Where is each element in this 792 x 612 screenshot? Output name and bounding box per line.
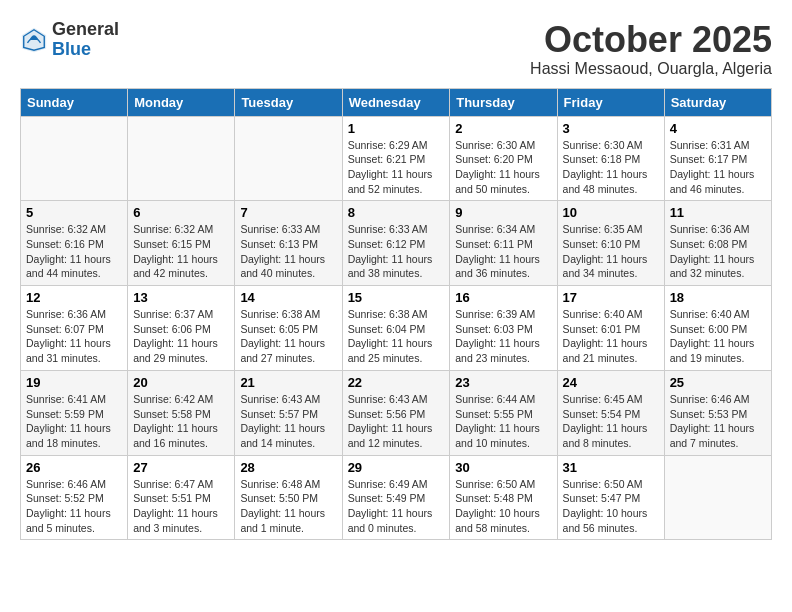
day-cell: 12 Sunrise: 6:36 AMSunset: 6:07 PMDaylig… — [21, 286, 128, 371]
day-info: Sunrise: 6:36 AMSunset: 6:08 PMDaylight:… — [670, 223, 755, 279]
day-number: 3 — [563, 121, 659, 136]
day-info: Sunrise: 6:35 AMSunset: 6:10 PMDaylight:… — [563, 223, 648, 279]
day-info: Sunrise: 6:50 AMSunset: 5:47 PMDaylight:… — [563, 478, 648, 534]
day-cell: 11 Sunrise: 6:36 AMSunset: 6:08 PMDaylig… — [664, 201, 771, 286]
day-number: 11 — [670, 205, 766, 220]
day-number: 6 — [133, 205, 229, 220]
day-info: Sunrise: 6:34 AMSunset: 6:11 PMDaylight:… — [455, 223, 540, 279]
day-info: Sunrise: 6:43 AMSunset: 5:57 PMDaylight:… — [240, 393, 325, 449]
weekday-header-monday: Monday — [128, 88, 235, 116]
day-cell: 10 Sunrise: 6:35 AMSunset: 6:10 PMDaylig… — [557, 201, 664, 286]
day-info: Sunrise: 6:46 AMSunset: 5:53 PMDaylight:… — [670, 393, 755, 449]
day-number: 29 — [348, 460, 445, 475]
page-header: General Blue October 2025 Hassi Messaoud… — [20, 20, 772, 78]
day-info: Sunrise: 6:43 AMSunset: 5:56 PMDaylight:… — [348, 393, 433, 449]
day-number: 12 — [26, 290, 122, 305]
day-number: 30 — [455, 460, 551, 475]
logo-general-text: General — [52, 19, 119, 39]
day-cell: 24 Sunrise: 6:45 AMSunset: 5:54 PMDaylig… — [557, 370, 664, 455]
day-cell: 6 Sunrise: 6:32 AMSunset: 6:15 PMDayligh… — [128, 201, 235, 286]
day-cell: 16 Sunrise: 6:39 AMSunset: 6:03 PMDaylig… — [450, 286, 557, 371]
day-number: 14 — [240, 290, 336, 305]
day-number: 1 — [348, 121, 445, 136]
calendar-table: SundayMondayTuesdayWednesdayThursdayFrid… — [20, 88, 772, 541]
day-cell: 14 Sunrise: 6:38 AMSunset: 6:05 PMDaylig… — [235, 286, 342, 371]
day-info: Sunrise: 6:49 AMSunset: 5:49 PMDaylight:… — [348, 478, 433, 534]
day-cell: 2 Sunrise: 6:30 AMSunset: 6:20 PMDayligh… — [450, 116, 557, 201]
weekday-header-tuesday: Tuesday — [235, 88, 342, 116]
title-block: October 2025 Hassi Messaoud, Ouargla, Al… — [530, 20, 772, 78]
day-number: 5 — [26, 205, 122, 220]
day-cell: 3 Sunrise: 6:30 AMSunset: 6:18 PMDayligh… — [557, 116, 664, 201]
day-number: 21 — [240, 375, 336, 390]
day-number: 25 — [670, 375, 766, 390]
day-cell: 18 Sunrise: 6:40 AMSunset: 6:00 PMDaylig… — [664, 286, 771, 371]
day-cell — [235, 116, 342, 201]
day-number: 24 — [563, 375, 659, 390]
day-number: 15 — [348, 290, 445, 305]
day-cell: 13 Sunrise: 6:37 AMSunset: 6:06 PMDaylig… — [128, 286, 235, 371]
day-info: Sunrise: 6:33 AMSunset: 6:12 PMDaylight:… — [348, 223, 433, 279]
day-number: 8 — [348, 205, 445, 220]
day-number: 23 — [455, 375, 551, 390]
day-info: Sunrise: 6:46 AMSunset: 5:52 PMDaylight:… — [26, 478, 111, 534]
day-cell: 8 Sunrise: 6:33 AMSunset: 6:12 PMDayligh… — [342, 201, 450, 286]
day-info: Sunrise: 6:40 AMSunset: 6:01 PMDaylight:… — [563, 308, 648, 364]
day-cell: 25 Sunrise: 6:46 AMSunset: 5:53 PMDaylig… — [664, 370, 771, 455]
day-cell: 23 Sunrise: 6:44 AMSunset: 5:55 PMDaylig… — [450, 370, 557, 455]
weekday-header-row: SundayMondayTuesdayWednesdayThursdayFrid… — [21, 88, 772, 116]
day-number: 16 — [455, 290, 551, 305]
day-cell: 21 Sunrise: 6:43 AMSunset: 5:57 PMDaylig… — [235, 370, 342, 455]
week-row-3: 12 Sunrise: 6:36 AMSunset: 6:07 PMDaylig… — [21, 286, 772, 371]
week-row-2: 5 Sunrise: 6:32 AMSunset: 6:16 PMDayligh… — [21, 201, 772, 286]
day-info: Sunrise: 6:30 AMSunset: 6:20 PMDaylight:… — [455, 139, 540, 195]
weekday-header-thursday: Thursday — [450, 88, 557, 116]
day-number: 19 — [26, 375, 122, 390]
day-info: Sunrise: 6:41 AMSunset: 5:59 PMDaylight:… — [26, 393, 111, 449]
day-cell: 28 Sunrise: 6:48 AMSunset: 5:50 PMDaylig… — [235, 455, 342, 540]
day-cell: 29 Sunrise: 6:49 AMSunset: 5:49 PMDaylig… — [342, 455, 450, 540]
day-number: 17 — [563, 290, 659, 305]
day-number: 4 — [670, 121, 766, 136]
day-cell: 27 Sunrise: 6:47 AMSunset: 5:51 PMDaylig… — [128, 455, 235, 540]
week-row-1: 1 Sunrise: 6:29 AMSunset: 6:21 PMDayligh… — [21, 116, 772, 201]
day-cell: 20 Sunrise: 6:42 AMSunset: 5:58 PMDaylig… — [128, 370, 235, 455]
day-number: 9 — [455, 205, 551, 220]
day-cell: 7 Sunrise: 6:33 AMSunset: 6:13 PMDayligh… — [235, 201, 342, 286]
logo-icon — [20, 26, 48, 54]
weekday-header-wednesday: Wednesday — [342, 88, 450, 116]
day-number: 26 — [26, 460, 122, 475]
day-cell: 5 Sunrise: 6:32 AMSunset: 6:16 PMDayligh… — [21, 201, 128, 286]
day-info: Sunrise: 6:38 AMSunset: 6:04 PMDaylight:… — [348, 308, 433, 364]
day-info: Sunrise: 6:50 AMSunset: 5:48 PMDaylight:… — [455, 478, 540, 534]
day-cell: 17 Sunrise: 6:40 AMSunset: 6:01 PMDaylig… — [557, 286, 664, 371]
location: Hassi Messaoud, Ouargla, Algeria — [530, 60, 772, 78]
day-cell: 19 Sunrise: 6:41 AMSunset: 5:59 PMDaylig… — [21, 370, 128, 455]
logo-blue-text: Blue — [52, 39, 91, 59]
day-info: Sunrise: 6:38 AMSunset: 6:05 PMDaylight:… — [240, 308, 325, 364]
month-title: October 2025 — [530, 20, 772, 60]
day-info: Sunrise: 6:29 AMSunset: 6:21 PMDaylight:… — [348, 139, 433, 195]
day-info: Sunrise: 6:37 AMSunset: 6:06 PMDaylight:… — [133, 308, 218, 364]
week-row-5: 26 Sunrise: 6:46 AMSunset: 5:52 PMDaylig… — [21, 455, 772, 540]
day-number: 7 — [240, 205, 336, 220]
day-cell — [128, 116, 235, 201]
weekday-header-sunday: Sunday — [21, 88, 128, 116]
day-number: 13 — [133, 290, 229, 305]
day-info: Sunrise: 6:31 AMSunset: 6:17 PMDaylight:… — [670, 139, 755, 195]
day-cell: 31 Sunrise: 6:50 AMSunset: 5:47 PMDaylig… — [557, 455, 664, 540]
weekday-header-saturday: Saturday — [664, 88, 771, 116]
day-cell: 15 Sunrise: 6:38 AMSunset: 6:04 PMDaylig… — [342, 286, 450, 371]
day-info: Sunrise: 6:40 AMSunset: 6:00 PMDaylight:… — [670, 308, 755, 364]
day-number: 20 — [133, 375, 229, 390]
day-info: Sunrise: 6:36 AMSunset: 6:07 PMDaylight:… — [26, 308, 111, 364]
day-info: Sunrise: 6:48 AMSunset: 5:50 PMDaylight:… — [240, 478, 325, 534]
day-number: 22 — [348, 375, 445, 390]
day-cell: 26 Sunrise: 6:46 AMSunset: 5:52 PMDaylig… — [21, 455, 128, 540]
day-cell: 22 Sunrise: 6:43 AMSunset: 5:56 PMDaylig… — [342, 370, 450, 455]
weekday-header-friday: Friday — [557, 88, 664, 116]
day-number: 10 — [563, 205, 659, 220]
day-info: Sunrise: 6:33 AMSunset: 6:13 PMDaylight:… — [240, 223, 325, 279]
day-info: Sunrise: 6:44 AMSunset: 5:55 PMDaylight:… — [455, 393, 540, 449]
day-info: Sunrise: 6:45 AMSunset: 5:54 PMDaylight:… — [563, 393, 648, 449]
